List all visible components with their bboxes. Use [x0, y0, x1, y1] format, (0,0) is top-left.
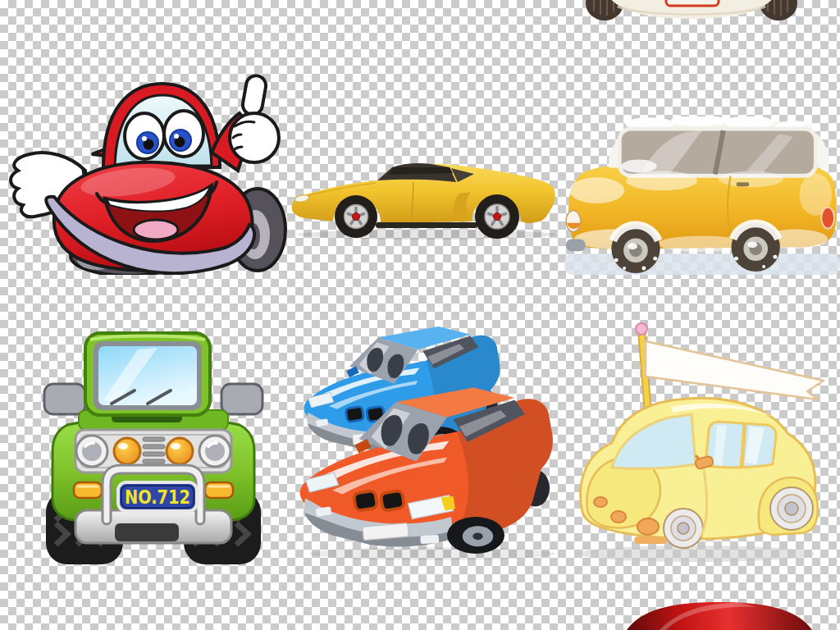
white-car-bottom-partial: [584, 0, 799, 25]
tongue: [134, 220, 178, 240]
front-wheel: [664, 509, 703, 548]
headlight: [566, 211, 581, 232]
license-plate-text: NO.712: [125, 486, 190, 508]
front-wheel: [611, 225, 660, 273]
red-cartoon-car: [5, 74, 288, 275]
fog-lamp-left: [114, 438, 140, 464]
transparent-canvas: NO.712: [0, 0, 840, 630]
tail-light: [821, 208, 834, 229]
yellow-snow-van: [564, 116, 840, 281]
green-jeep: NO.712: [43, 322, 264, 566]
rear-wheel: [732, 223, 780, 272]
yellow-sports-car: [289, 158, 559, 241]
red-trim-plate: [666, 0, 719, 6]
license-plate: NO.712: [118, 482, 197, 511]
fog-lamp-right: [167, 438, 193, 464]
windshield: [85, 333, 210, 415]
left-mirror: [44, 384, 85, 414]
right-mirror: [221, 384, 262, 414]
red-car-roof-partial: [617, 600, 822, 630]
headlight-left: [76, 436, 107, 467]
front-wheel: [335, 195, 377, 238]
banner-flag: [646, 341, 824, 399]
snow-ground: [564, 253, 840, 275]
rear-wheel: [475, 194, 519, 239]
sedan-pair: [297, 322, 561, 561]
pole-knob: [636, 323, 647, 335]
rear-wheel: [770, 487, 813, 530]
yellow-beetle: [573, 322, 835, 564]
headlight-right: [199, 436, 231, 467]
thumbs-up-glove: [230, 74, 279, 162]
